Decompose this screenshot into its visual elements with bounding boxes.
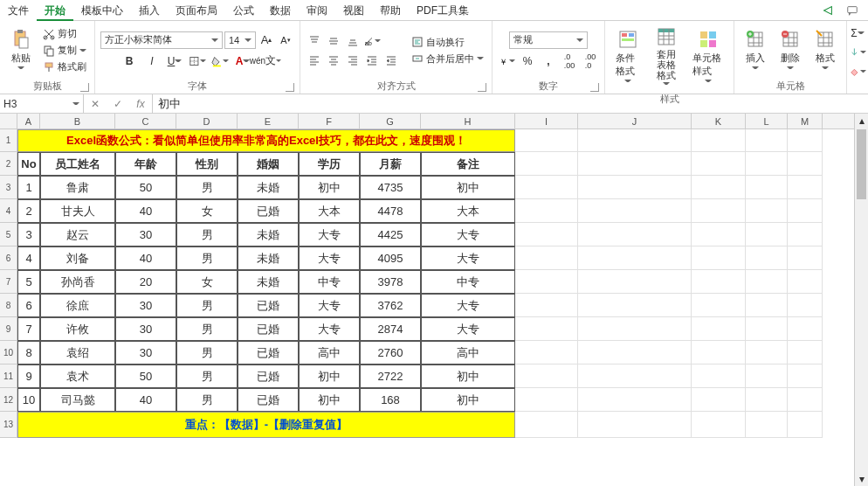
data-cell[interactable]: 初中 [421, 388, 515, 412]
data-cell[interactable]: 已婚 [238, 388, 299, 412]
data-cell[interactable]: 男 [176, 294, 238, 317]
data-cell[interactable]: 女 [176, 270, 238, 294]
data-header[interactable]: 员工姓名 [40, 152, 115, 176]
data-cell[interactable]: 30 [115, 317, 176, 341]
bold-button[interactable]: B [121, 52, 138, 70]
tab-0[interactable]: 开始 [37, 0, 73, 21]
cells-area[interactable]: Excel函数公式：看似简单但使用率非常高的Excel技巧，都在此文，速度围观！… [17, 129, 823, 438]
row-header-5[interactable]: 5 [0, 223, 17, 246]
font-size-select[interactable]: 14 [224, 31, 256, 49]
tab-7[interactable]: 视图 [335, 0, 372, 21]
row-header-13[interactable]: 13 [0, 412, 17, 438]
data-cell[interactable]: 10 [17, 388, 40, 412]
copy-button[interactable]: 复制 [40, 43, 89, 58]
data-cell[interactable]: 男 [176, 246, 238, 270]
italic-button[interactable]: I [143, 52, 161, 70]
data-cell[interactable]: 大专 [421, 223, 515, 246]
data-header[interactable]: 婚姻 [238, 152, 299, 176]
data-cell[interactable]: 30 [115, 223, 176, 246]
data-cell[interactable]: 2 [17, 199, 40, 223]
data-header[interactable]: 学历 [299, 152, 360, 176]
data-cell[interactable]: 大本 [299, 199, 360, 223]
cell-style-button[interactable]: 单元格样式 [687, 25, 728, 88]
scroll-down-icon[interactable]: ▾ [855, 472, 868, 486]
decrease-decimal-icon[interactable]: .00.0 [582, 52, 599, 70]
data-cell[interactable]: 许攸 [40, 317, 115, 341]
phonetic-button[interactable]: wén文 [257, 52, 274, 70]
data-cell[interactable]: 2722 [360, 364, 421, 388]
data-cell[interactable]: 男 [176, 364, 238, 388]
col-header-I[interactable]: I [515, 114, 578, 128]
data-cell[interactable]: 甘夫人 [40, 199, 115, 223]
tab-8[interactable]: 帮助 [372, 0, 409, 21]
border-button[interactable] [189, 52, 206, 70]
col-header-D[interactable]: D [176, 114, 238, 128]
row-header-9[interactable]: 9 [0, 317, 17, 341]
increase-decimal-icon[interactable]: .0.00 [561, 52, 578, 70]
share-icon[interactable] [819, 2, 837, 19]
delete-cells-button[interactable]: 删除 [775, 25, 806, 75]
data-cell[interactable]: 初中 [421, 176, 515, 199]
row-header-12[interactable]: 12 [0, 388, 17, 412]
row-header-3[interactable]: 3 [0, 176, 17, 199]
data-cell[interactable]: 40 [115, 388, 176, 412]
align-bottom-icon[interactable] [344, 32, 362, 50]
row-header-10[interactable]: 10 [0, 341, 17, 364]
data-cell[interactable]: 刘备 [40, 246, 115, 270]
data-cell[interactable]: 3978 [360, 270, 421, 294]
data-cell[interactable]: 赵云 [40, 223, 115, 246]
clipboard-launcher[interactable] [80, 83, 89, 92]
data-cell[interactable]: 4478 [360, 199, 421, 223]
row-header-11[interactable]: 11 [0, 364, 17, 388]
indent-decrease-icon[interactable] [363, 52, 381, 69]
data-cell[interactable]: 大专 [299, 294, 360, 317]
align-center-icon[interactable] [325, 52, 342, 69]
scroll-thumb[interactable] [857, 129, 866, 199]
data-cell[interactable]: 大专 [421, 317, 515, 341]
tab-file[interactable]: 文件 [0, 0, 37, 21]
data-cell[interactable]: 未婚 [238, 246, 299, 270]
data-header[interactable]: 年龄 [115, 152, 176, 176]
data-cell[interactable]: 男 [176, 341, 238, 364]
data-cell[interactable]: 2760 [360, 341, 421, 364]
align-right-icon[interactable] [344, 52, 362, 69]
autosum-icon[interactable]: Σ [849, 24, 866, 42]
formula-input[interactable]: 初中 [153, 94, 868, 113]
data-cell[interactable]: 初中 [299, 364, 360, 388]
cut-button[interactable]: 剪切 [40, 26, 89, 41]
comment-icon[interactable] [844, 2, 861, 19]
col-header-G[interactable]: G [360, 114, 421, 128]
col-header-C[interactable]: C [115, 114, 176, 128]
data-header[interactable]: 月薪 [360, 152, 421, 176]
data-cell[interactable]: 徐庶 [40, 294, 115, 317]
data-cell[interactable]: 初中 [299, 176, 360, 199]
row-header-6[interactable]: 6 [0, 246, 17, 270]
col-header-K[interactable]: K [692, 114, 746, 128]
data-cell[interactable]: 4 [17, 246, 40, 270]
data-cell[interactable]: 中专 [299, 270, 360, 294]
data-cell[interactable]: 已婚 [238, 199, 299, 223]
col-header-B[interactable]: B [40, 114, 115, 128]
name-box[interactable]: H3 [0, 94, 84, 113]
data-header[interactable]: No [17, 152, 40, 176]
currency-icon[interactable]: ￥ [498, 52, 515, 70]
data-cell[interactable]: 初中 [421, 364, 515, 388]
data-cell[interactable]: 30 [115, 294, 176, 317]
data-cell[interactable]: 20 [115, 270, 176, 294]
data-cell[interactable]: 男 [176, 176, 238, 199]
data-cell[interactable]: 袁术 [40, 364, 115, 388]
data-cell[interactable]: 50 [115, 364, 176, 388]
format-painter-button[interactable]: 格式刷 [40, 59, 89, 74]
align-top-icon[interactable] [306, 32, 323, 50]
data-cell[interactable]: 司马懿 [40, 388, 115, 412]
data-cell[interactable]: 40 [115, 199, 176, 223]
data-cell[interactable]: 50 [115, 176, 176, 199]
paste-button[interactable]: 粘贴 [5, 25, 37, 75]
col-header-M[interactable]: M [788, 114, 823, 128]
merge-center-button[interactable]: 合并后居中 [409, 52, 486, 66]
tab-6[interactable]: 审阅 [299, 0, 335, 21]
data-cell[interactable]: 初中 [299, 388, 360, 412]
data-header[interactable]: 备注 [421, 152, 515, 176]
col-header-F[interactable]: F [299, 114, 360, 128]
tab-9[interactable]: PDF工具集 [409, 0, 477, 21]
